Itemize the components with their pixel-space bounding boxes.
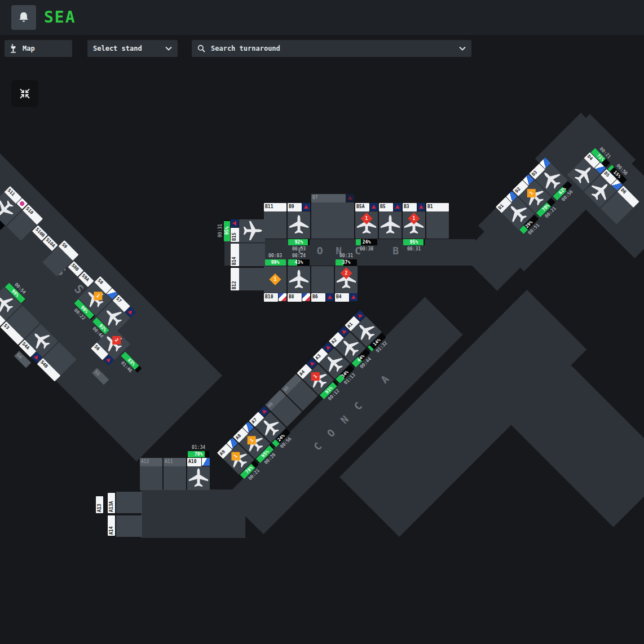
gate-label[interactable]: B3: [403, 203, 417, 211]
airline-logo-delta: [394, 203, 402, 211]
bell-icon: [17, 11, 30, 24]
gate-stand[interactable]: [288, 266, 310, 293]
gate-label-row: A12: [140, 458, 162, 466]
progress-percent: 95%: [224, 220, 230, 241]
gate-label[interactable]: A12: [140, 458, 162, 466]
gate-stand[interactable]: [311, 266, 334, 293]
aircraft-icon: [241, 220, 263, 241]
gate-group-b-left: B12B1400:3195%B15: [217, 218, 265, 290]
gate-label[interactable]: A13A: [108, 493, 115, 513]
progress-row: [311, 259, 334, 266]
gate-B12: B12: [217, 268, 265, 290]
gate-label[interactable]: B7: [311, 194, 346, 202]
turnaround-time: 00:24: [288, 253, 310, 259]
gate-group-a-apron: A12A1101:3479%A10: [140, 444, 211, 490]
gate-label[interactable]: B9: [288, 203, 302, 211]
tarmac-shape: [116, 515, 142, 537]
aircraft-icon: [188, 467, 209, 489]
progress-bar: 95%: [224, 220, 230, 241]
gate-stand[interactable]: [239, 219, 265, 242]
progress-bar: 92%: [288, 239, 310, 245]
gate-B5A: B5A 124%00:38: [355, 203, 378, 252]
gate-label-row: B1: [426, 203, 449, 211]
gate-label[interactable]: B10: [264, 293, 278, 302]
alert-badge: 2: [112, 336, 121, 345]
turnaround-time: 00:03: [264, 253, 286, 259]
gate-label-row: A10: [187, 458, 210, 466]
gate-stand[interactable]: [288, 211, 310, 239]
alert-badge: 1: [248, 436, 256, 444]
sea-logo[interactable]: SEA: [44, 8, 76, 27]
map-button-label: Map: [23, 45, 35, 52]
collapse-icon: [18, 87, 32, 100]
progress-row: 37%: [335, 259, 358, 266]
app-root: SEA Map Select stand: [0, 0, 644, 644]
gate-label[interactable]: B4: [335, 293, 349, 302]
gate-label[interactable]: A14: [108, 515, 115, 536]
turnaround-time: 00:31: [335, 253, 358, 259]
chevron-down-icon: [165, 46, 172, 51]
gate-stand[interactable]: [379, 211, 402, 239]
gate-label[interactable]: B1: [426, 203, 449, 211]
gate-stand[interactable]: [187, 466, 210, 490]
gate-label-row: B10: [264, 293, 286, 302]
gate-stand[interactable]: 2: [335, 266, 358, 293]
alert-badge: 1: [311, 372, 320, 381]
gate-B14: B14: [217, 244, 265, 266]
turnaround-time: 00:53: [288, 246, 310, 252]
gate-stand[interactable]: [239, 244, 265, 266]
gate-label[interactable]: B6: [311, 293, 325, 302]
progress-row: 95%: [403, 239, 425, 246]
gate-label-row: B4: [335, 293, 358, 302]
progress-row: [379, 239, 402, 246]
gate-label[interactable]: B8: [288, 293, 302, 302]
gate-label-row: A11: [164, 458, 186, 466]
gate-A10: 01:3479%A10: [187, 444, 210, 490]
search-turnaround-input[interactable]: [210, 44, 455, 53]
gate-label[interactable]: A13: [96, 496, 103, 513]
chevron-down-icon: [459, 46, 466, 51]
gate-stand[interactable]: 1: [403, 211, 425, 239]
gate-stand[interactable]: 1: [264, 266, 286, 293]
turnaround-time: [164, 444, 186, 451]
gate-label[interactable]: B5: [379, 203, 393, 211]
gate-label[interactable]: B5A: [355, 203, 369, 211]
search-turnaround-box[interactable]: [192, 40, 471, 57]
gate-stand[interactable]: [164, 466, 186, 490]
progress-percent: 92%: [288, 239, 310, 245]
gate-stand[interactable]: [264, 211, 286, 239]
gate-label[interactable]: A10: [187, 458, 201, 466]
gate-stand[interactable]: 1: [355, 211, 378, 239]
aircraft-icon: [380, 214, 401, 236]
turnaround-time: [217, 244, 223, 266]
gate-label[interactable]: B14: [231, 244, 239, 266]
search-icon: [197, 45, 205, 52]
gate-stand[interactable]: [426, 211, 449, 239]
gate-label-row: B9: [288, 203, 310, 211]
airline-logo-delta: [302, 203, 310, 211]
select-stand-dropdown[interactable]: Select stand: [87, 40, 178, 57]
map-view-button[interactable]: Map: [5, 40, 72, 57]
gate-stand[interactable]: [239, 268, 265, 290]
progress-bar: 99%: [264, 259, 286, 266]
gate-label[interactable]: B11: [264, 203, 286, 211]
airline-logo-delta-dim: [346, 194, 354, 202]
progress-bar: 37%: [336, 259, 357, 266]
gate-label[interactable]: B15: [231, 228, 239, 242]
airline-logo-stripes: [302, 293, 310, 301]
turnaround-time: [264, 246, 286, 252]
progress-row: [223, 268, 231, 290]
gate-stand[interactable]: [140, 466, 162, 490]
aircraft-icon: [288, 214, 310, 236]
progress-row: 95%: [223, 219, 231, 242]
gate-B7: B7: [311, 194, 354, 252]
airport-map-canvas[interactable]: C O N C BC O N C AS S A TB11B9 92%00:53B…: [0, 58, 644, 644]
notifications-button[interactable]: [11, 5, 36, 30]
gate-label[interactable]: B12: [231, 268, 239, 290]
gate-B10: 00:0399%1B10: [264, 253, 286, 302]
collapse-view-button[interactable]: [11, 80, 38, 107]
turnaround-time: [217, 268, 223, 290]
gate-stand[interactable]: [311, 202, 354, 239]
gate-label-row: B8: [288, 293, 310, 302]
gate-label[interactable]: A11: [164, 458, 186, 466]
